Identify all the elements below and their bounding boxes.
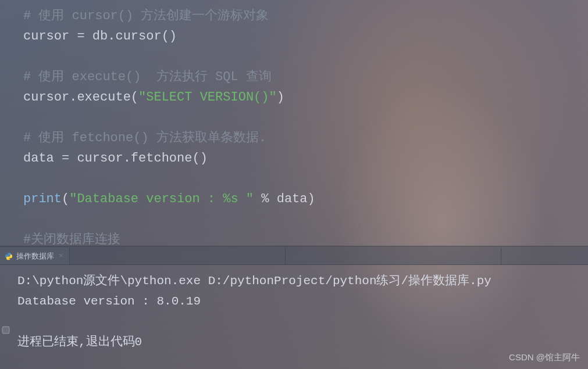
python-icon <box>5 252 13 260</box>
code-token: data <box>277 192 308 206</box>
code-token: execute <box>77 90 130 105</box>
code-token: . <box>108 29 115 44</box>
code-token: cursor <box>77 151 123 166</box>
code-line[interactable]: print("Database version : %s " % data) <box>23 189 588 209</box>
code-token: db <box>92 29 108 44</box>
code-token: # 使用 cursor() 方法创建一个游标对象 <box>23 9 269 23</box>
console-line: Database version : 8.0.19 <box>17 291 588 311</box>
tab-divider <box>501 248 501 264</box>
console-tab-bar: 操作数据库 × <box>0 248 588 265</box>
code-line[interactable]: cursor.execute("SELECT VERSION()") <box>23 87 588 108</box>
console-tab[interactable]: 操作数据库 × <box>0 248 70 264</box>
code-token: . <box>69 90 77 105</box>
console-line <box>17 311 588 332</box>
console-output[interactable]: D:\python源文件\python.exe D:/pythonProject… <box>0 265 588 369</box>
code-line[interactable] <box>23 169 588 189</box>
code-token: = <box>77 29 92 44</box>
code-line[interactable]: # 使用 cursor() 方法创建一个游标对象 <box>23 6 588 26</box>
code-token: = <box>62 151 77 166</box>
code-line[interactable]: # 使用 fetchone() 方法获取单条数据. <box>23 128 588 148</box>
code-token: ) <box>277 90 284 105</box>
code-line[interactable]: #关闭数据库连接 <box>23 230 588 246</box>
code-token: "SELECT VERSION()" <box>138 90 277 105</box>
console-line: D:\python源文件\python.exe D:/pythonProject… <box>17 271 588 291</box>
code-line[interactable] <box>23 46 588 67</box>
code-line[interactable]: data = cursor.fetchone() <box>23 148 588 169</box>
code-editor[interactable]: # 使用 cursor() 方法创建一个游标对象cursor = db.curs… <box>0 0 588 246</box>
watermark-text: CSDN @馆主阿牛 <box>509 352 580 363</box>
code-line[interactable]: # 使用 execute() 方法执行 SQL 查询 <box>23 67 588 87</box>
code-line[interactable] <box>23 209 588 230</box>
code-token: ( <box>131 90 138 105</box>
code-token: . <box>123 151 131 166</box>
code-token: data <box>23 151 62 166</box>
gutter-indicator-icon <box>1 324 10 334</box>
code-token: cursor <box>115 29 161 44</box>
code-token: cursor <box>23 29 77 44</box>
code-token: # 使用 execute() 方法执行 SQL 查询 <box>23 70 272 84</box>
code-token: () <box>192 151 207 166</box>
code-token: "Database version : %s " <box>69 192 254 206</box>
code-token: ) <box>308 192 315 206</box>
code-token: print <box>23 192 62 206</box>
code-token: () <box>162 29 177 44</box>
code-token: cursor <box>23 90 69 105</box>
console-tab-label: 操作数据库 <box>16 251 54 261</box>
code-token: #关闭数据库连接 <box>23 232 120 246</box>
close-icon[interactable]: × <box>58 252 65 260</box>
svg-rect-0 <box>2 327 9 334</box>
code-line[interactable]: cursor = db.cursor() <box>23 26 588 46</box>
console-line: 进程已结束,退出代码0 <box>17 332 588 352</box>
code-token: # 使用 fetchone() 方法获取单条数据. <box>23 131 266 145</box>
tab-divider <box>285 248 286 264</box>
code-line[interactable] <box>23 108 588 128</box>
code-token: ( <box>62 192 69 206</box>
code-token: % <box>254 192 277 206</box>
code-token: fetchone <box>131 151 193 166</box>
